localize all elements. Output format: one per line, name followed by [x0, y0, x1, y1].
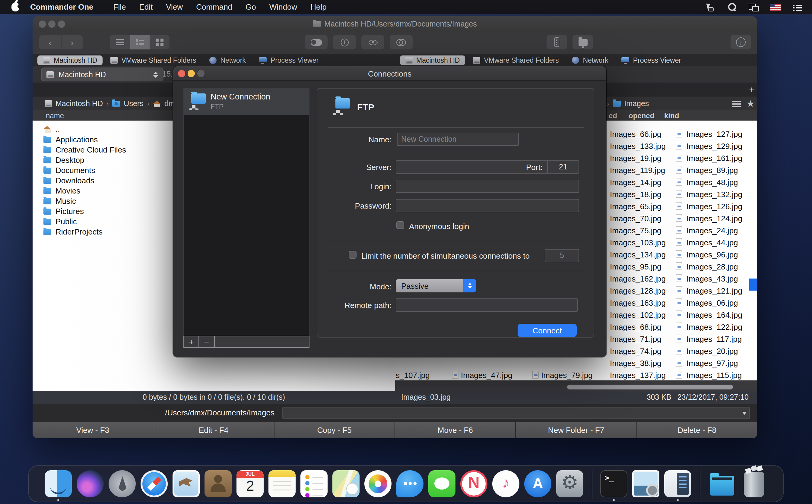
back-button[interactable]: ‹ [39, 35, 61, 49]
connection-list-item[interactable]: New Connection FTP [184, 89, 309, 115]
favorites-star-icon[interactable]: ★ [747, 99, 755, 108]
dock-item-siri[interactable] [76, 468, 104, 499]
move-button[interactable]: Move - F6 [394, 422, 516, 438]
menu-item-window[interactable]: Window [263, 0, 304, 14]
dock-item-terminal[interactable] [600, 468, 628, 499]
column-header-partial[interactable]: ed [609, 112, 617, 120]
selected-file-fragment[interactable] [749, 279, 757, 291]
dock-item-preview[interactable] [632, 468, 660, 499]
dialog-title: Connections [173, 66, 606, 81]
breadcrumb-segment[interactable]: Images [624, 99, 649, 108]
command-line-input[interactable] [282, 407, 750, 419]
path-dropdown-button[interactable] [740, 408, 749, 418]
menu-item-view[interactable]: View [159, 0, 189, 14]
name-field[interactable] [397, 133, 519, 146]
dock-item-mail[interactable] [172, 468, 200, 499]
limit-connections-label: Limit the number of simultaneous connect… [361, 251, 530, 260]
new-folder-button[interactable]: New Folder - F7 [516, 422, 637, 438]
dock-item-calendar[interactable]: JUL2 [236, 468, 264, 499]
dock-item-photos[interactable] [364, 468, 392, 499]
spotlight-icon[interactable] [727, 2, 737, 12]
menu-item-edit[interactable]: Edit [132, 0, 159, 14]
notification-list-icon[interactable] [793, 4, 802, 11]
desktop: Commander One FileEditViewCommandGoWindo… [0, 0, 812, 504]
archive-zip-button[interactable] [547, 35, 567, 49]
drive-selector[interactable]: Macintosh HD [41, 68, 163, 81]
login-field[interactable] [396, 180, 579, 193]
dock-item-system-preferences[interactable] [556, 468, 584, 499]
dock-item-maps[interactable] [332, 468, 360, 499]
dock-item-news[interactable] [460, 468, 488, 499]
dock-item-launchpad[interactable] [108, 468, 136, 499]
mode-select[interactable]: Passive [396, 279, 476, 292]
history-list-icon[interactable] [732, 100, 741, 107]
tab-process-viewer[interactable]: Process Viewer [254, 55, 324, 65]
dock-item-notes[interactable] [268, 468, 296, 499]
info-button[interactable]: i [333, 35, 356, 49]
toggle-panels-button[interactable] [305, 35, 327, 49]
dock-item-trash[interactable] [740, 468, 768, 499]
column-header-name[interactable]: name [46, 112, 64, 120]
menu-item-go[interactable]: Go [239, 0, 263, 14]
view-detail-button[interactable] [130, 35, 150, 49]
tab-network[interactable]: Network [567, 55, 614, 65]
view-button[interactable]: View - F3 [33, 422, 153, 438]
view-grid-button[interactable] [150, 35, 169, 49]
connect-button[interactable]: Connect [518, 324, 577, 337]
dock-item-safari[interactable] [140, 468, 168, 499]
breadcrumb-segment[interactable]: Users [124, 99, 143, 108]
menu-item-file[interactable]: File [107, 0, 133, 14]
tab-vmware-shared-folders[interactable]: VMware Shared Folders [105, 55, 201, 65]
file-name: Images_133.jpg [610, 142, 666, 151]
file-name: Images_134.jpg [610, 250, 666, 259]
file-name: Images_18.jpg [610, 190, 662, 199]
column-header-opened[interactable]: opened [629, 112, 654, 120]
remove-connection-button[interactable]: − [199, 336, 215, 348]
tab-macintosh-hd[interactable]: Macintosh HD [400, 55, 465, 65]
network-share-button[interactable] [573, 35, 593, 49]
password-field[interactable] [396, 199, 579, 212]
menu-item-help[interactable]: Help [304, 0, 333, 14]
port-field[interactable] [547, 160, 579, 174]
forward-button[interactable]: › [61, 35, 83, 49]
apple-menu-icon[interactable] [11, 2, 19, 11]
dock-item-messages[interactable] [396, 468, 424, 499]
menu-item-command[interactable]: Command [189, 0, 239, 14]
search-binoculars-button[interactable] [390, 35, 413, 49]
dock-item-reminders[interactable] [300, 468, 328, 499]
tab-macintosh-hd[interactable]: Macintosh HD [37, 55, 103, 65]
tab-network[interactable]: Network [204, 55, 251, 65]
dock-item-itunes[interactable] [492, 468, 520, 499]
dock-item-finder[interactable] [44, 468, 72, 499]
tab-vmware-shared-folders[interactable]: VMware Shared Folders [468, 55, 564, 65]
app-menu-title[interactable]: Commander One [30, 2, 93, 11]
dock-item-commander-one[interactable] [664, 468, 692, 499]
dock-item-contacts[interactable] [204, 468, 232, 499]
copy-button[interactable]: Copy - F5 [273, 422, 394, 438]
anonymous-login-checkbox[interactable] [396, 221, 404, 229]
tab-process-viewer[interactable]: Process Viewer [616, 55, 687, 65]
breadcrumb-segment[interactable]: Macintosh HD [55, 99, 103, 108]
limit-count-field[interactable] [545, 249, 579, 262]
view-list-button[interactable] [110, 35, 130, 49]
input-language-flag-icon[interactable] [770, 4, 781, 11]
jpeg-file-icon [676, 310, 682, 318]
window-titlebar[interactable]: Macintosh HD/Users/dmx/Documents/Images [33, 16, 757, 32]
column-header-kind[interactable]: kind [664, 112, 679, 120]
horizontal-scrollbar-thumb[interactable] [567, 385, 733, 389]
add-tab-button[interactable]: + [747, 85, 757, 95]
dialog-titlebar[interactable]: Connections [173, 66, 606, 81]
dock-item-downloads-folder[interactable] [708, 468, 736, 499]
limit-connections-checkbox[interactable] [349, 251, 356, 259]
dock-item-facetime[interactable] [428, 468, 456, 499]
edit-button[interactable]: Edit - F4 [153, 422, 274, 438]
delete-button[interactable]: Delete - F8 [636, 422, 757, 438]
breadcrumb: Macintosh HD › Users › dmx [45, 97, 178, 110]
preview-eye-button[interactable] [361, 35, 384, 49]
add-connection-button[interactable]: + [183, 336, 199, 348]
remote-path-field[interactable] [396, 298, 578, 312]
transfers-download-button[interactable]: ↓ [731, 35, 751, 49]
screen-sharing-icon[interactable] [705, 2, 715, 12]
dock-item-app-store[interactable] [524, 468, 552, 499]
displays-icon[interactable] [749, 2, 758, 12]
